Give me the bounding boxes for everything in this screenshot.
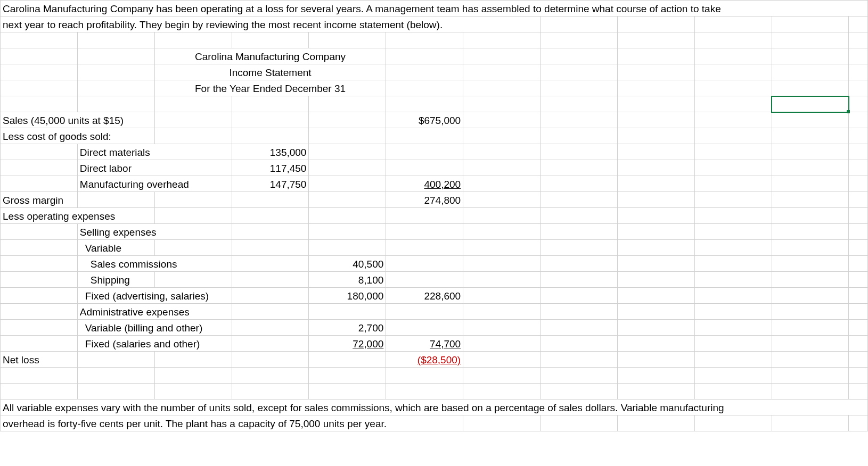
sales-commissions-row: Sales commissions 40,500 — [1, 256, 868, 272]
admin-expenses-label[interactable]: Administrative expenses — [77, 304, 232, 320]
net-loss-value[interactable]: ($28,500) — [386, 352, 463, 368]
sales-amount[interactable]: $675,000 — [386, 112, 463, 128]
blank-row — [1, 32, 868, 48]
fixed-selling-row: Fixed (advertising, salaries) 180,000 22… — [1, 288, 868, 304]
direct-materials-row: Direct materials 135,000 — [1, 144, 868, 160]
fixed-admin-value[interactable]: 72,000 — [309, 336, 386, 352]
manufacturing-overhead-label[interactable]: Manufacturing overhead — [77, 176, 232, 192]
less-cogs-row: Less cost of goods sold: — [1, 128, 868, 144]
footer-text-1[interactable]: All variable expenses vary with the numb… — [1, 400, 868, 415]
admin-expenses-row: Administrative expenses — [1, 304, 868, 320]
blank-row-4 — [1, 384, 868, 400]
direct-labor-row: Direct labor 117,450 — [1, 160, 868, 176]
active-cell[interactable] — [772, 96, 849, 112]
intro-row-1: Carolina Manufacturing Company has been … — [1, 1, 868, 16]
selling-expenses-label[interactable]: Selling expenses — [77, 224, 232, 240]
fixed-selling-value[interactable]: 180,000 — [309, 288, 386, 304]
less-cogs-label[interactable]: Less cost of goods sold: — [1, 128, 155, 144]
gross-margin-label[interactable]: Gross margin — [1, 192, 78, 208]
selling-expenses-row: Selling expenses — [1, 224, 868, 240]
variable-heading-row: Variable — [1, 240, 868, 256]
admin-total[interactable]: 74,700 — [386, 336, 463, 352]
selling-total[interactable]: 228,600 — [386, 288, 463, 304]
sales-commissions-label[interactable]: Sales commissions — [77, 256, 232, 272]
header-company-row: Carolina Manufacturing Company — [1, 48, 868, 64]
blank-row-2 — [1, 96, 868, 112]
fixed-admin-label[interactable]: Fixed (salaries and other) — [77, 336, 232, 352]
intro-row-2: next year to reach profitability. They b… — [1, 16, 868, 32]
intro-text-1[interactable]: Carolina Manufacturing Company has been … — [1, 1, 868, 16]
gross-margin-row: Gross margin 274,800 — [1, 192, 868, 208]
variable-admin-label[interactable]: Variable (billing and other) — [77, 320, 232, 336]
variable-admin-value[interactable]: 2,700 — [309, 320, 386, 336]
blank-row-3 — [1, 368, 868, 384]
statement-period[interactable]: For the Year Ended December 31 — [154, 80, 386, 96]
company-name[interactable]: Carolina Manufacturing Company — [154, 48, 386, 64]
spreadsheet-grid[interactable]: Carolina Manufacturing Company has been … — [0, 0, 868, 431]
sales-label[interactable]: Sales (45,000 units at $15) — [1, 112, 155, 128]
shipping-value[interactable]: 8,100 — [309, 272, 386, 288]
manufacturing-overhead-row: Manufacturing overhead 147,750 400,200 — [1, 176, 868, 192]
variable-admin-row: Variable (billing and other) 2,700 — [1, 320, 868, 336]
gross-margin-value[interactable]: 274,800 — [386, 192, 463, 208]
direct-labor-label[interactable]: Direct labor — [77, 160, 232, 176]
footer-row-2: overhead is forty-five cents per unit. T… — [1, 415, 868, 431]
less-opex-row: Less operating expenses — [1, 208, 868, 224]
less-opex-label[interactable]: Less operating expenses — [1, 208, 155, 224]
fixed-admin-row: Fixed (salaries and other) 72,000 74,700 — [1, 336, 868, 352]
shipping-label[interactable]: Shipping — [77, 272, 154, 288]
net-loss-label[interactable]: Net loss — [1, 352, 78, 368]
footer-text-2[interactable]: overhead is forty-five cents per unit. T… — [1, 415, 463, 431]
statement-title[interactable]: Income Statement — [154, 64, 386, 80]
footer-row-1: All variable expenses vary with the numb… — [1, 400, 868, 415]
sales-commissions-value[interactable]: 40,500 — [309, 256, 386, 272]
cogs-total[interactable]: 400,200 — [386, 176, 463, 192]
direct-materials-label[interactable]: Direct materials — [77, 144, 232, 160]
variable-heading-label[interactable]: Variable — [77, 240, 154, 256]
manufacturing-overhead-value[interactable]: 147,750 — [232, 176, 309, 192]
header-title-row: Income Statement — [1, 64, 868, 80]
sales-row: Sales (45,000 units at $15) $675,000 — [1, 112, 868, 128]
shipping-row: Shipping 8,100 — [1, 272, 868, 288]
net-loss-row: Net loss ($28,500) — [1, 352, 868, 368]
intro-text-2[interactable]: next year to reach profitability. They b… — [1, 16, 541, 32]
fixed-selling-label[interactable]: Fixed (advertising, salaries) — [77, 288, 232, 304]
direct-materials-value[interactable]: 135,000 — [232, 144, 309, 160]
header-period-row: For the Year Ended December 31 — [1, 80, 868, 96]
direct-labor-value[interactable]: 117,450 — [232, 160, 309, 176]
